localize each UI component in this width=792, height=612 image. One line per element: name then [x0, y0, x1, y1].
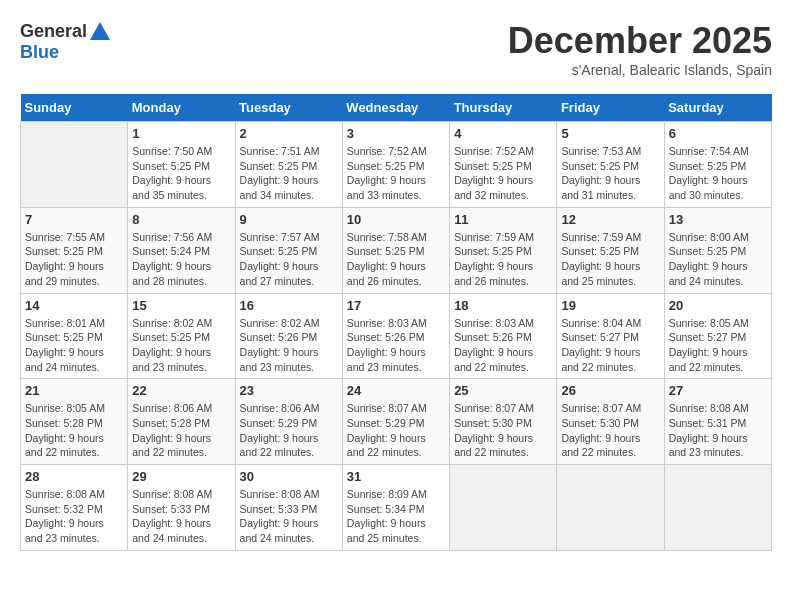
logo-icon — [89, 20, 111, 42]
day-number: 7 — [25, 212, 123, 227]
calendar-cell: 29Sunrise: 8:08 AM Sunset: 5:33 PM Dayli… — [128, 465, 235, 551]
calendar-cell: 6Sunrise: 7:54 AM Sunset: 5:25 PM Daylig… — [664, 122, 771, 208]
calendar-cell: 19Sunrise: 8:04 AM Sunset: 5:27 PM Dayli… — [557, 293, 664, 379]
day-info: Sunrise: 8:06 AM Sunset: 5:28 PM Dayligh… — [132, 401, 230, 460]
day-number: 21 — [25, 383, 123, 398]
day-info: Sunrise: 8:08 AM Sunset: 5:31 PM Dayligh… — [669, 401, 767, 460]
day-info: Sunrise: 7:59 AM Sunset: 5:25 PM Dayligh… — [561, 230, 659, 289]
svg-marker-0 — [90, 22, 110, 40]
day-info: Sunrise: 7:51 AM Sunset: 5:25 PM Dayligh… — [240, 144, 338, 203]
day-number: 5 — [561, 126, 659, 141]
day-info: Sunrise: 7:54 AM Sunset: 5:25 PM Dayligh… — [669, 144, 767, 203]
day-info: Sunrise: 8:05 AM Sunset: 5:27 PM Dayligh… — [669, 316, 767, 375]
day-number: 9 — [240, 212, 338, 227]
day-info: Sunrise: 7:52 AM Sunset: 5:25 PM Dayligh… — [454, 144, 552, 203]
calendar-cell: 27Sunrise: 8:08 AM Sunset: 5:31 PM Dayli… — [664, 379, 771, 465]
day-number: 11 — [454, 212, 552, 227]
day-info: Sunrise: 8:08 AM Sunset: 5:32 PM Dayligh… — [25, 487, 123, 546]
col-sunday: Sunday — [21, 94, 128, 122]
day-info: Sunrise: 8:08 AM Sunset: 5:33 PM Dayligh… — [132, 487, 230, 546]
day-info: Sunrise: 8:08 AM Sunset: 5:33 PM Dayligh… — [240, 487, 338, 546]
day-number: 19 — [561, 298, 659, 313]
logo-blue-text: Blue — [20, 42, 59, 62]
calendar-cell: 18Sunrise: 8:03 AM Sunset: 5:26 PM Dayli… — [450, 293, 557, 379]
calendar-cell: 13Sunrise: 8:00 AM Sunset: 5:25 PM Dayli… — [664, 207, 771, 293]
page-header: General Blue December 2025 s'Arenal, Bal… — [20, 20, 772, 78]
day-number: 30 — [240, 469, 338, 484]
calendar-cell — [21, 122, 128, 208]
calendar-cell: 25Sunrise: 8:07 AM Sunset: 5:30 PM Dayli… — [450, 379, 557, 465]
day-number: 4 — [454, 126, 552, 141]
day-number: 20 — [669, 298, 767, 313]
calendar-cell: 7Sunrise: 7:55 AM Sunset: 5:25 PM Daylig… — [21, 207, 128, 293]
col-thursday: Thursday — [450, 94, 557, 122]
calendar-week-4: 21Sunrise: 8:05 AM Sunset: 5:28 PM Dayli… — [21, 379, 772, 465]
logo-general-text: General — [20, 21, 87, 42]
calendar-week-1: 1Sunrise: 7:50 AM Sunset: 5:25 PM Daylig… — [21, 122, 772, 208]
title-block: December 2025 s'Arenal, Balearic Islands… — [508, 20, 772, 78]
calendar-cell: 24Sunrise: 8:07 AM Sunset: 5:29 PM Dayli… — [342, 379, 449, 465]
calendar-cell: 17Sunrise: 8:03 AM Sunset: 5:26 PM Dayli… — [342, 293, 449, 379]
day-info: Sunrise: 8:07 AM Sunset: 5:30 PM Dayligh… — [454, 401, 552, 460]
calendar-cell: 11Sunrise: 7:59 AM Sunset: 5:25 PM Dayli… — [450, 207, 557, 293]
header-row: Sunday Monday Tuesday Wednesday Thursday… — [21, 94, 772, 122]
calendar-cell: 8Sunrise: 7:56 AM Sunset: 5:24 PM Daylig… — [128, 207, 235, 293]
day-info: Sunrise: 7:53 AM Sunset: 5:25 PM Dayligh… — [561, 144, 659, 203]
calendar-cell: 10Sunrise: 7:58 AM Sunset: 5:25 PM Dayli… — [342, 207, 449, 293]
day-number: 31 — [347, 469, 445, 484]
calendar-cell: 4Sunrise: 7:52 AM Sunset: 5:25 PM Daylig… — [450, 122, 557, 208]
calendar-table: Sunday Monday Tuesday Wednesday Thursday… — [20, 94, 772, 551]
day-number: 17 — [347, 298, 445, 313]
day-number: 23 — [240, 383, 338, 398]
calendar-cell: 14Sunrise: 8:01 AM Sunset: 5:25 PM Dayli… — [21, 293, 128, 379]
col-friday: Friday — [557, 94, 664, 122]
calendar-cell — [450, 465, 557, 551]
calendar-cell: 28Sunrise: 8:08 AM Sunset: 5:32 PM Dayli… — [21, 465, 128, 551]
calendar-cell: 12Sunrise: 7:59 AM Sunset: 5:25 PM Dayli… — [557, 207, 664, 293]
day-info: Sunrise: 8:01 AM Sunset: 5:25 PM Dayligh… — [25, 316, 123, 375]
day-number: 18 — [454, 298, 552, 313]
col-tuesday: Tuesday — [235, 94, 342, 122]
calendar-cell: 9Sunrise: 7:57 AM Sunset: 5:25 PM Daylig… — [235, 207, 342, 293]
day-number: 28 — [25, 469, 123, 484]
month-title: December 2025 — [508, 20, 772, 62]
day-number: 15 — [132, 298, 230, 313]
day-info: Sunrise: 8:00 AM Sunset: 5:25 PM Dayligh… — [669, 230, 767, 289]
logo: General Blue — [20, 20, 111, 63]
calendar-body: 1Sunrise: 7:50 AM Sunset: 5:25 PM Daylig… — [21, 122, 772, 551]
calendar-cell: 5Sunrise: 7:53 AM Sunset: 5:25 PM Daylig… — [557, 122, 664, 208]
day-number: 13 — [669, 212, 767, 227]
day-number: 29 — [132, 469, 230, 484]
day-info: Sunrise: 8:02 AM Sunset: 5:26 PM Dayligh… — [240, 316, 338, 375]
calendar-cell: 30Sunrise: 8:08 AM Sunset: 5:33 PM Dayli… — [235, 465, 342, 551]
day-info: Sunrise: 8:06 AM Sunset: 5:29 PM Dayligh… — [240, 401, 338, 460]
day-info: Sunrise: 8:07 AM Sunset: 5:29 PM Dayligh… — [347, 401, 445, 460]
day-number: 8 — [132, 212, 230, 227]
col-monday: Monday — [128, 94, 235, 122]
day-info: Sunrise: 7:56 AM Sunset: 5:24 PM Dayligh… — [132, 230, 230, 289]
day-info: Sunrise: 8:02 AM Sunset: 5:25 PM Dayligh… — [132, 316, 230, 375]
calendar-cell: 26Sunrise: 8:07 AM Sunset: 5:30 PM Dayli… — [557, 379, 664, 465]
calendar-header: Sunday Monday Tuesday Wednesday Thursday… — [21, 94, 772, 122]
day-info: Sunrise: 7:50 AM Sunset: 5:25 PM Dayligh… — [132, 144, 230, 203]
calendar-cell: 22Sunrise: 8:06 AM Sunset: 5:28 PM Dayli… — [128, 379, 235, 465]
location-text: s'Arenal, Balearic Islands, Spain — [508, 62, 772, 78]
day-number: 3 — [347, 126, 445, 141]
day-info: Sunrise: 8:03 AM Sunset: 5:26 PM Dayligh… — [347, 316, 445, 375]
day-number: 12 — [561, 212, 659, 227]
calendar-cell: 23Sunrise: 8:06 AM Sunset: 5:29 PM Dayli… — [235, 379, 342, 465]
day-number: 10 — [347, 212, 445, 227]
day-info: Sunrise: 8:03 AM Sunset: 5:26 PM Dayligh… — [454, 316, 552, 375]
day-info: Sunrise: 8:07 AM Sunset: 5:30 PM Dayligh… — [561, 401, 659, 460]
day-info: Sunrise: 7:52 AM Sunset: 5:25 PM Dayligh… — [347, 144, 445, 203]
day-number: 16 — [240, 298, 338, 313]
calendar-week-2: 7Sunrise: 7:55 AM Sunset: 5:25 PM Daylig… — [21, 207, 772, 293]
day-info: Sunrise: 8:05 AM Sunset: 5:28 PM Dayligh… — [25, 401, 123, 460]
calendar-cell — [664, 465, 771, 551]
day-info: Sunrise: 7:57 AM Sunset: 5:25 PM Dayligh… — [240, 230, 338, 289]
calendar-cell — [557, 465, 664, 551]
day-info: Sunrise: 7:59 AM Sunset: 5:25 PM Dayligh… — [454, 230, 552, 289]
calendar-cell: 2Sunrise: 7:51 AM Sunset: 5:25 PM Daylig… — [235, 122, 342, 208]
calendar-cell: 1Sunrise: 7:50 AM Sunset: 5:25 PM Daylig… — [128, 122, 235, 208]
day-number: 27 — [669, 383, 767, 398]
